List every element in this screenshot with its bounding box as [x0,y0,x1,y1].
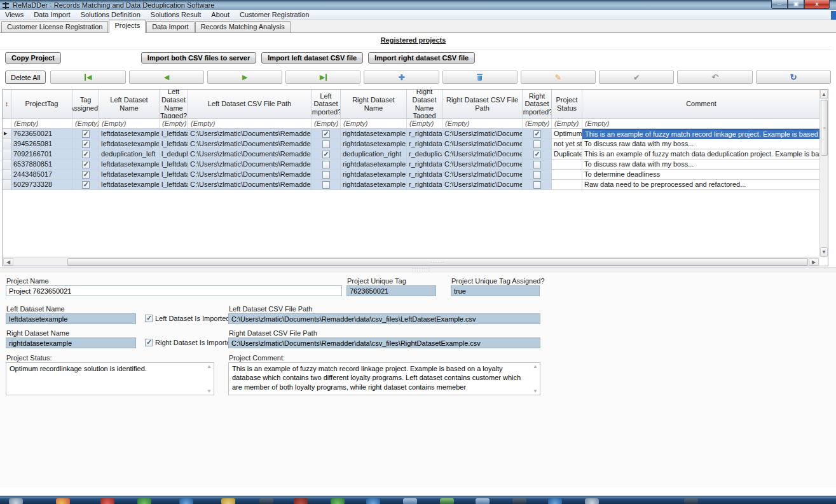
cell-left-name-tagged[interactable]: l_leftdatase [160,170,188,180]
cell-left-path[interactable]: C:\Users\zlmatic\Documents\Remadder\data [188,149,312,160]
splitter[interactable]: ················ [0,267,836,273]
filter-cell[interactable]: (Empty) [523,119,552,129]
checkbox-icon[interactable] [322,130,330,138]
accept-changes-button[interactable]: ✔ [599,71,674,84]
table-row[interactable]: 2443485017 leftdatasetexample l_leftdata… [3,170,819,180]
cell-right-imported[interactable] [523,180,552,190]
taskbar-icon[interactable] [403,498,417,504]
checkbox-icon[interactable] [322,161,330,168]
cell-left-name-tagged[interactable]: l_deduplica [160,149,188,160]
cell-right-imported[interactable] [523,129,552,139]
filter-cell[interactable]: (Empty) [188,119,312,129]
cell-right-name-tagged[interactable]: r_deduplicatio [407,149,442,160]
taskbar-icon[interactable] [684,498,698,504]
table-row[interactable]: 7092166701 deduplication_left l_deduplic… [3,149,819,160]
import-left-button[interactable]: Import left dataset CSV file [261,52,363,64]
cell-project-tag[interactable]: 2443485017 [11,170,72,180]
tab-data-import[interactable]: Data Import [146,21,194,32]
project-name-input[interactable] [6,285,342,296]
cell-left-imported[interactable] [312,129,341,139]
textarea-scrollbar[interactable]: ▲▼ [205,362,213,395]
col-project-tag[interactable]: ProjectTag [11,90,72,119]
filter-cell[interactable]: (Empty) [11,119,72,129]
col-left-name[interactable]: Left Dataset Name [99,90,160,119]
menu-views[interactable]: Views [0,10,29,19]
cancel-changes-button[interactable]: ↶ [677,71,752,84]
cell-right-imported[interactable] [523,149,552,160]
horizontal-scroll-thumb[interactable]: ······ [67,258,808,266]
scroll-left-icon[interactable]: ◀ [3,258,13,266]
cell-left-name[interactable]: leftdatasetexample [99,170,160,180]
cell-comment[interactable]: To determine deadliness [582,170,819,180]
cell-status[interactable]: Duplicates [552,149,582,160]
cell-status[interactable]: Optimum r [552,129,582,139]
col-tag-assigned[interactable]: Tag Assigned? [72,90,99,119]
taskbar-icon[interactable] [259,498,273,504]
cell-right-name-tagged[interactable]: r_rightdataset [407,170,442,180]
edit-row-button[interactable]: ✎ [521,71,596,84]
table-row[interactable]: 5029733328 leftdatasetexample l_leftdata… [3,180,819,190]
cell-left-imported[interactable] [312,180,341,190]
cell-project-tag[interactable]: 7092166701 [11,149,72,160]
delete-row-button[interactable] [442,71,517,84]
cell-right-path[interactable]: C:\Users\zlmatic\Documents [442,149,523,160]
add-row-button[interactable]: ✚ [364,71,439,84]
textarea-scrollbar[interactable]: ▲▼ [531,362,539,395]
taskbar-icon[interactable] [548,498,562,504]
filter-cell[interactable]: (Empty) [552,119,582,129]
checkbox-icon[interactable] [322,181,330,189]
import-both-button[interactable]: Import both CSV files to server [141,52,256,64]
cell-status[interactable] [552,170,582,180]
scroll-down-icon[interactable]: ▼ [531,388,539,394]
cell-status[interactable] [552,160,582,170]
taskbar-icon[interactable] [137,498,151,504]
table-row[interactable]: 7623650021 leftdatasetexample l_leftdata… [3,129,819,139]
filter-cell[interactable]: (Empty) [160,119,188,129]
cell-comment[interactable]: To discuss raw data with my boss... [582,139,819,149]
cell-left-name-tagged[interactable]: l_leftdatase [160,180,188,190]
filter-cell[interactable]: (Empty) [341,119,407,129]
cell-project-tag[interactable]: 5029733328 [11,180,72,190]
project-comment-textarea[interactable]: This is an example of fuzzy match record… [228,362,540,395]
filter-cell[interactable] [3,119,11,129]
checkbox-icon[interactable] [82,171,90,179]
cell-tag-assigned[interactable] [72,139,99,149]
cell-tag-assigned[interactable] [72,160,99,170]
horizontal-scrollbar[interactable]: ◀ ······ ▶ [3,257,819,266]
cell-right-imported[interactable] [523,139,552,149]
col-left-name-tagged[interactable]: Left Dataset Name Tagged? [160,90,188,119]
left-dataset-name-input[interactable] [6,313,136,324]
right-path-input[interactable] [228,337,540,348]
cell-right-name-tagged[interactable]: r_rightdataset [407,180,442,190]
delete-all-button[interactable]: Delete All [5,71,46,84]
taskbar-icon[interactable] [366,498,380,504]
cell-right-name-tagged[interactable]: r_rightdataset [407,139,442,149]
cell-left-name[interactable]: leftdatasetexample [99,160,160,170]
cell-tag-assigned[interactable] [72,170,99,180]
filter-cell[interactable]: (Empty) [442,119,523,129]
checkbox-icon[interactable] [322,140,330,148]
taskbar-icon[interactable] [440,498,454,504]
cell-right-path[interactable]: C:\Users\zlmatic\Documents [442,129,523,139]
cell-left-path[interactable]: C:\Users\zlmatic\Documents\Remadder\data [188,180,312,190]
sort-header-cell[interactable] [3,90,11,119]
cell-tag-assigned[interactable] [72,129,99,139]
col-comment[interactable]: Comment [582,90,819,119]
checkbox-icon[interactable] [533,151,541,158]
tab-customer-license-registration[interactable]: Customer License Registration [1,21,108,32]
col-left-imported[interactable]: Left Dataset Imported? [312,90,341,119]
cell-right-name[interactable]: rightdatasetexample [341,139,407,149]
taskbar-icon[interactable] [221,498,235,504]
menu-about[interactable]: About [206,10,235,19]
filter-cell[interactable]: (Empty) [72,119,99,129]
filter-cell[interactable]: (Empty) [582,119,819,129]
scroll-right-icon[interactable]: ▶ [809,258,819,266]
cell-right-path[interactable]: C:\Users\zlmatic\Documents [442,180,523,190]
taskbar-icon[interactable] [585,498,599,504]
cell-left-path[interactable]: C:\Users\zlmatic\Documents\Remadder\data [188,139,312,149]
cell-right-path[interactable]: C:\Users\zlmatic\Documents [442,160,523,170]
checkbox-icon[interactable] [533,130,541,138]
taskbar-icon[interactable] [100,498,114,504]
taskbar-icon[interactable] [294,498,308,504]
checkbox-icon[interactable] [322,171,330,179]
